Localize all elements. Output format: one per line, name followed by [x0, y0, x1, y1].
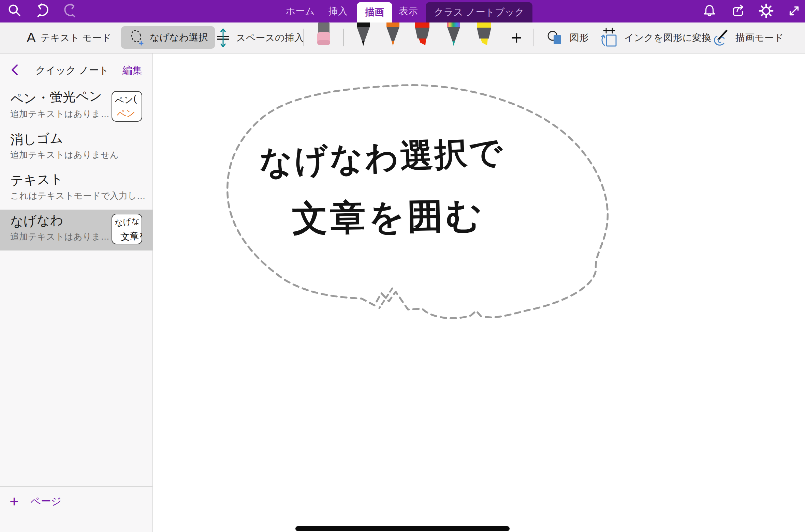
shapes-icon: [546, 28, 565, 47]
rainbow-pen-tool[interactable]: [444, 22, 463, 46]
toolbar-divider: [303, 29, 304, 46]
fullscreen-icon[interactable]: [785, 1, 804, 20]
insert-space-button[interactable]: スペースの挿入: [215, 22, 304, 53]
eraser-tool[interactable]: [314, 22, 333, 46]
page-title-ink: 消しゴム: [10, 130, 63, 149]
thumbnail-ink-line: なげな: [114, 215, 141, 229]
share-icon[interactable]: [729, 1, 748, 20]
toolbar-divider: [533, 29, 534, 46]
ink-to-shape-label: インクを図形に変換: [624, 31, 711, 44]
tab-class-notebook-label: クラス ノートブック: [434, 6, 524, 19]
bell-icon[interactable]: [700, 1, 719, 20]
search-icon[interactable]: [5, 1, 24, 20]
page-subtitle: 追加テキストはありません: [10, 149, 119, 161]
redo-icon[interactable]: [61, 1, 80, 20]
tab-insert[interactable]: 挿入: [325, 0, 351, 22]
add-pen-button[interactable]: +: [506, 22, 527, 53]
page-subtitle: 追加テキストはありま…: [10, 108, 109, 120]
shapes-label: 図形: [570, 31, 589, 44]
insert-space-label: スペースの挿入: [236, 31, 304, 44]
thumbnail-ink-line: 文章を: [120, 229, 142, 243]
draw-mode-icon: [711, 28, 731, 48]
tab-class-notebook[interactable]: クラス ノートブック: [426, 2, 532, 22]
page-list-sidebar: クイック ノート 編集 ペン・蛍光ペン 追加テキストはありま… ペン( ペン 消…: [0, 54, 153, 532]
page-thumbnail: ペン( ペン: [112, 91, 142, 122]
page-title-ink: なげなわ: [10, 211, 63, 230]
tab-home[interactable]: ホーム: [284, 0, 317, 22]
home-indicator-bar[interactable]: [295, 526, 510, 531]
title-bar: ホーム 挿入 描画 表示 クラス ノートブック: [0, 0, 805, 22]
lasso-select-button[interactable]: なげなわ選択: [121, 26, 215, 49]
tab-draw[interactable]: 描画: [357, 2, 392, 22]
page-item-eraser[interactable]: 消しゴム 追加テキストはありません: [0, 128, 153, 169]
draw-mode-button[interactable]: 描画モード: [711, 22, 784, 53]
settings-icon[interactable]: [757, 1, 776, 20]
orange-pen-tool[interactable]: [384, 22, 402, 46]
ink-to-shape-icon: [599, 26, 619, 49]
tab-insert-label: 挿入: [328, 5, 348, 18]
text-mode-button[interactable]: A テキスト モード: [27, 22, 111, 53]
tab-draw-label: 描画: [365, 6, 384, 19]
page-subtitle: 追加テキストはありま…: [10, 231, 109, 243]
draw-mode-label: 描画モード: [735, 31, 784, 44]
insert-space-icon: [215, 27, 231, 48]
black-pen-tool[interactable]: [354, 22, 372, 46]
shapes-button[interactable]: 図形: [546, 22, 589, 53]
ink-to-shape-button[interactable]: インクを図形に変換: [599, 22, 711, 53]
handwritten-ink-line-2: 文章を囲む: [292, 192, 485, 243]
text-mode-label: テキスト モード: [41, 31, 112, 44]
notebook-section-title: クイック ノート: [35, 64, 109, 77]
sidebar-header: クイック ノート 編集: [0, 54, 152, 87]
lasso-select-label: なげなわ選択: [150, 31, 208, 44]
page-thumbnail: なげな 文章を: [112, 214, 142, 244]
red-highlighter-tool[interactable]: [413, 22, 431, 46]
yellow-highlighter-tool[interactable]: [475, 22, 493, 46]
drawing-canvas[interactable]: [154, 54, 805, 532]
text-mode-icon: A: [27, 30, 36, 45]
page-item-text[interactable]: テキスト これはテキストモードで入力し…: [0, 169, 153, 210]
add-page-label: ページ: [30, 495, 61, 508]
add-pen-label: +: [511, 27, 522, 49]
back-button[interactable]: [9, 62, 23, 77]
draw-toolbar: A テキスト モード なげなわ選択 スペースの挿入: [0, 22, 805, 54]
edit-button[interactable]: 編集: [122, 64, 142, 77]
divider: [0, 486, 153, 487]
tab-home-label: ホーム: [286, 5, 314, 18]
page-item-lasso[interactable]: なげなわ 追加テキストはありま… なげな 文章を: [0, 210, 153, 250]
toolbar-divider: [343, 29, 344, 46]
undo-icon[interactable]: [33, 1, 52, 20]
add-page-button[interactable]: + ページ: [0, 492, 102, 511]
page-subtitle: これはテキストモードで入力し…: [10, 190, 146, 202]
thumbnail-ink-line: ペン: [116, 107, 136, 120]
tab-view-label: 表示: [399, 5, 418, 18]
tab-view[interactable]: 表示: [395, 0, 422, 22]
page-item-pen-highlighter[interactable]: ペン・蛍光ペン 追加テキストはありま… ペン( ペン: [0, 87, 153, 128]
page-title-ink: ペン・蛍光ペン: [10, 87, 102, 108]
page-title-ink: テキスト: [10, 170, 63, 189]
plus-icon: +: [10, 493, 19, 509]
lasso-icon: [128, 28, 146, 47]
thumbnail-ink-line: ペン(: [114, 93, 137, 107]
